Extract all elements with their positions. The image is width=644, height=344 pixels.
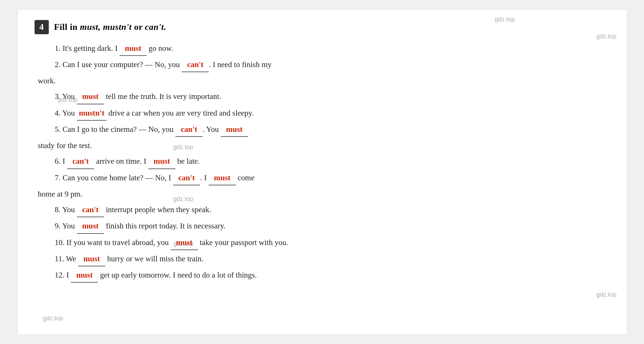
exercise-number: 4: [35, 20, 49, 34]
sentence-3: 3. You must tell me the truth. It is ver…: [35, 90, 610, 104]
answer-10: must: [171, 236, 198, 250]
sentence-5-before: 5. Can I go to the cinema? — No, you: [55, 125, 175, 134]
sentence-7-cont: home at 9 pm.: [35, 187, 610, 201]
sentence-5: 5. Can I go to the cinema? — No, you can…: [35, 123, 610, 137]
exercise-content: 1. It's getting dark. I must go now. 2. …: [35, 42, 610, 283]
sentence-7: 7. Can you come home late? — No, I can't…: [35, 171, 610, 185]
sentence-9: 9. You must finish this report today. It…: [35, 219, 610, 234]
sentence-4-after: drive a car when you are very tired and …: [106, 109, 254, 117]
watermark-2: gdz.top: [596, 33, 616, 40]
answer-6b: must: [148, 155, 175, 169]
watermark-3: gdz.top: [58, 96, 78, 103]
sentence-11-after: hurry or we will miss the train.: [105, 255, 204, 263]
sentence-9-after: finish this report today. It is necessar…: [104, 222, 226, 230]
exercise-title: Fill in must, mustn't or can't.: [54, 22, 166, 32]
sentence-8: 8. You can't interrupt people when they …: [35, 203, 610, 217]
sentence-2-before: 2. Can I use your computer? — No, you: [55, 60, 182, 69]
watermark-7: gdz.top: [596, 291, 616, 298]
sentence-10-after: take your passport with you.: [198, 238, 288, 247]
sentence-7-before: 7. Can you come home late? — No, I: [55, 174, 173, 182]
sentence-1-before: 1. It's getting dark. I: [55, 44, 120, 53]
sentence-4-before: 4. You: [55, 109, 77, 117]
answer-1: must: [120, 42, 147, 56]
sentence-12-after: get up early tomorrow. I need to do a lo…: [98, 271, 257, 279]
answer-7a: can't: [173, 171, 200, 185]
answer-6a: can't: [67, 155, 94, 169]
sentence-6-before: 6. I: [55, 157, 67, 165]
sentence-11: 11. We must hurry or we will miss the tr…: [35, 252, 610, 266]
sentence-12-before: 12. I: [55, 271, 71, 279]
sentence-8-before: 8. You: [55, 205, 77, 214]
watermark-1: gdz.top: [495, 16, 515, 23]
sentence-2-after: . I need to finish my: [209, 60, 271, 69]
sentence-10-before: 10. If you want to travel abroad, you: [55, 238, 171, 247]
answer-7b: must: [209, 171, 236, 185]
sentence-11-before: 11. We: [55, 255, 78, 263]
sentence-5-cont: study for the test.: [35, 139, 610, 153]
sentence-7-mid: . I: [200, 174, 209, 182]
sentence-2: 2. Can I use your computer? — No, you ca…: [35, 58, 610, 72]
sentence-7-after: come: [236, 174, 255, 182]
sentence-6-mid: arrive on time. I: [94, 157, 148, 165]
sentence-9-before: 9. You: [55, 222, 77, 230]
sentence-6: 6. I can't arrive on time. I must be lat…: [35, 155, 610, 169]
watermark-8: gdz.top: [43, 315, 63, 322]
exercise-header: 4 Fill in must, mustn't or can't.: [35, 20, 610, 34]
sentence-1: 1. It's getting dark. I must go now.: [35, 42, 610, 56]
answer-4: mustn't: [77, 106, 106, 121]
sentence-1-after: go now.: [147, 44, 173, 53]
page: gdz.top gdz.top gdz.top gdz.top gdz.top …: [17, 9, 627, 335]
sentence-8-after: interrupt people when they speak.: [104, 205, 211, 214]
watermark-4: gdz.top: [173, 144, 193, 151]
sentence-3-after: tell me the truth. It is very important.: [104, 92, 221, 101]
sentence-12: 12. I must get up early tomorrow. I need…: [35, 268, 610, 283]
sentence-4: 4. You mustn't drive a car when you are …: [35, 106, 610, 121]
sentence-6-after: be late.: [175, 157, 200, 165]
answer-9: must: [77, 219, 104, 234]
answer-5a: can't: [175, 123, 203, 137]
sentence-2-cont: work.: [35, 74, 610, 88]
answer-2: can't: [182, 58, 209, 72]
sentence-10: 10. If you want to travel abroad, you mu…: [35, 236, 610, 250]
sentence-5-mid: . You: [203, 125, 221, 134]
watermark-5: gdz.top: [173, 196, 193, 203]
answer-11: must: [78, 252, 105, 266]
answer-3: must: [77, 90, 104, 104]
answer-12: must: [71, 268, 98, 283]
answer-8: can't: [77, 203, 104, 217]
answer-5b: must: [221, 123, 248, 137]
